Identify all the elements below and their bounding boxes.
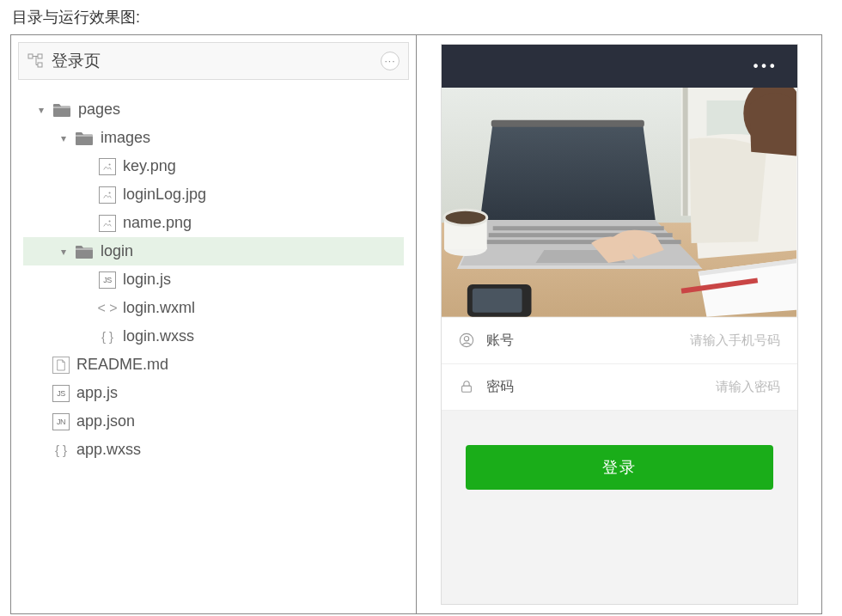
tree-item-app-js[interactable]: JSapp.js bbox=[23, 379, 404, 407]
banner-image bbox=[442, 88, 797, 318]
svg-rect-0 bbox=[28, 54, 33, 58]
tree-item-label: app.json bbox=[76, 412, 135, 430]
tree-item-label: login.js bbox=[123, 271, 171, 289]
tree-structure-icon bbox=[27, 53, 43, 69]
tree-item-login-wxml[interactable]: < >login.wxml bbox=[23, 294, 404, 322]
button-area: 登录 bbox=[442, 411, 797, 524]
tree-header-title: 登录页 bbox=[52, 50, 381, 72]
tree-item-label: images bbox=[101, 129, 150, 147]
svg-point-27 bbox=[464, 336, 468, 340]
tree-item-label: name.png bbox=[123, 214, 192, 232]
tree-item-app-json[interactable]: JNapp.json bbox=[23, 407, 404, 436]
username-input[interactable]: 请输入手机号码 bbox=[529, 332, 780, 349]
tree-item-login[interactable]: ▾login bbox=[23, 237, 404, 265]
login-button[interactable]: 登录 bbox=[466, 445, 773, 490]
lock-icon bbox=[459, 379, 476, 396]
tree-item-label: key.png bbox=[123, 157, 176, 175]
svg-rect-5 bbox=[103, 190, 112, 198]
password-input[interactable]: 请输入密码 bbox=[529, 379, 780, 395]
tree-item-login-wxss[interactable]: { }login.wxss bbox=[23, 322, 404, 351]
svg-rect-3 bbox=[103, 162, 112, 170]
svg-rect-25 bbox=[472, 289, 522, 313]
tree-item-key-png[interactable]: key.png bbox=[23, 152, 404, 180]
svg-rect-2 bbox=[38, 63, 42, 67]
tree-item-label: login.wxml bbox=[123, 299, 195, 317]
tree-item-label: login.wxss bbox=[123, 327, 194, 345]
password-label: 密码 bbox=[486, 378, 529, 396]
user-icon bbox=[459, 332, 476, 350]
tree-header: 登录页 ··· bbox=[18, 42, 409, 80]
svg-point-8 bbox=[109, 220, 111, 222]
file-tree: ▾pages▾imageskey.pngloginLog.jpgname.png… bbox=[11, 87, 416, 473]
phone-frame: ••• bbox=[441, 44, 798, 605]
tree-item-label: README.md bbox=[76, 356, 168, 374]
tree-item-README-md[interactable]: README.md bbox=[23, 351, 404, 379]
tree-item-name-png[interactable]: name.png bbox=[23, 209, 404, 237]
tree-item-label: pages bbox=[78, 101, 120, 119]
chevron-down-icon: ▾ bbox=[39, 104, 51, 116]
tree-item-label: login bbox=[101, 242, 133, 260]
tree-item-label: loginLog.jpg bbox=[123, 186, 206, 204]
svg-rect-11 bbox=[682, 88, 687, 216]
tree-item-label: app.wxss bbox=[76, 441, 141, 459]
page-title: 目录与运行效果图: bbox=[0, 0, 842, 34]
tree-item-images[interactable]: ▾images bbox=[23, 124, 404, 152]
login-form: 账号 请输入手机号码 密码 请输入密码 bbox=[442, 318, 797, 411]
tree-item-app-wxss[interactable]: { }app.wxss bbox=[23, 436, 404, 464]
svg-rect-7 bbox=[103, 218, 112, 227]
password-row[interactable]: 密码 请输入密码 bbox=[442, 364, 797, 411]
phone-status-bar: ••• bbox=[442, 45, 797, 88]
svg-rect-14 bbox=[491, 120, 644, 127]
tree-item-loginLog-jpg[interactable]: loginLog.jpg bbox=[23, 180, 404, 209]
chevron-down-icon: ▾ bbox=[61, 132, 73, 144]
username-row[interactable]: 账号 请输入手机号码 bbox=[442, 318, 797, 364]
tree-item-pages[interactable]: ▾pages bbox=[23, 95, 404, 124]
tree-item-label: app.js bbox=[76, 384, 118, 402]
file-tree-panel: 登录页 ··· ▾pages▾imageskey.pngloginLog.jpg… bbox=[11, 35, 417, 613]
svg-rect-28 bbox=[461, 386, 471, 392]
chevron-down-icon: ▾ bbox=[61, 246, 73, 258]
svg-rect-15 bbox=[492, 226, 663, 230]
more-dots-icon[interactable]: ••• bbox=[754, 58, 778, 74]
tree-item-login-js[interactable]: JSlogin.js bbox=[23, 265, 404, 294]
more-button[interactable]: ··· bbox=[381, 52, 400, 70]
svg-point-4 bbox=[109, 163, 111, 165]
username-label: 账号 bbox=[486, 332, 529, 350]
svg-point-26 bbox=[460, 333, 473, 346]
svg-point-6 bbox=[109, 192, 111, 193]
svg-rect-1 bbox=[38, 54, 42, 58]
main-container: 登录页 ··· ▾pages▾imageskey.pngloginLog.jpg… bbox=[10, 34, 822, 614]
preview-panel: ••• bbox=[417, 35, 821, 613]
